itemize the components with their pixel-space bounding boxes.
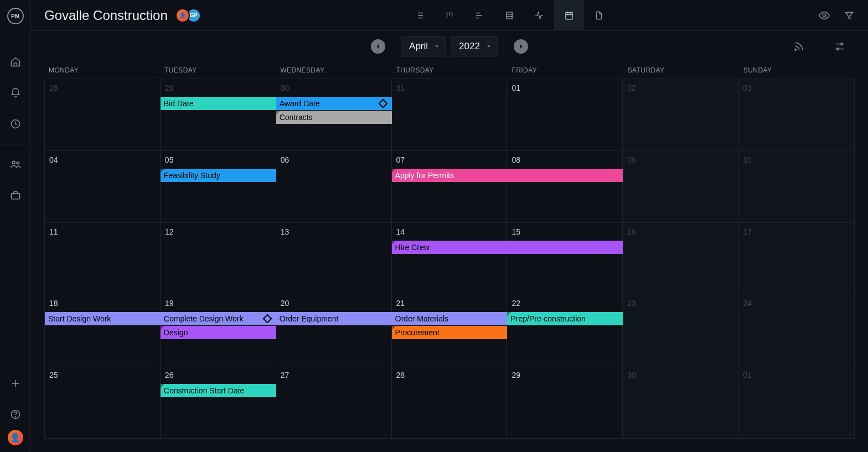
calendar-cell[interactable]: 15: [507, 223, 623, 295]
home-icon[interactable]: [4, 51, 27, 73]
add-icon[interactable]: [4, 372, 27, 394]
calendar-event[interactable]: Start Design Work: [45, 312, 161, 325]
rss-icon[interactable]: [784, 31, 814, 62]
briefcase-icon[interactable]: [4, 184, 27, 206]
day-number: 29: [512, 371, 618, 380]
calendar-cell[interactable]: 18: [45, 294, 161, 366]
calendar-event[interactable]: Bid Date: [161, 97, 276, 110]
day-number: 04: [49, 155, 156, 164]
calendar-cell[interactable]: 27: [276, 366, 392, 438]
member-avatars[interactable]: 👤 GP: [179, 8, 201, 23]
calendar-cell[interactable]: 16: [623, 223, 738, 295]
month-selector[interactable]: April: [401, 37, 446, 56]
day-number: 28: [396, 371, 503, 380]
event-label: Hire Crew: [395, 241, 430, 254]
calendar-cell[interactable]: 28: [392, 366, 508, 438]
calendar-event[interactable]: Contracts: [276, 111, 392, 124]
svg-point-9: [795, 49, 797, 51]
calendar-event[interactable]: Design: [161, 326, 276, 339]
calendar-cell[interactable]: 10: [738, 151, 854, 223]
board-view-icon[interactable]: [435, 0, 464, 31]
caret-down-icon: [433, 43, 440, 50]
calendar-cell[interactable]: 14: [392, 223, 508, 295]
member-avatar-1[interactable]: 👤: [175, 8, 190, 23]
day-header: WEDNESDAY: [276, 62, 391, 79]
calendar-view-icon[interactable]: [554, 0, 584, 31]
event-label: Complete Design Work: [164, 312, 244, 325]
calendar-cell[interactable]: 17: [738, 223, 854, 295]
fold-icon: [392, 326, 396, 330]
fold-icon: [276, 111, 280, 115]
calendar-cell[interactable]: 22: [507, 294, 623, 366]
svg-point-5: [15, 417, 16, 417]
next-month-button[interactable]: [514, 39, 528, 54]
calendar-cell[interactable]: 01: [507, 79, 623, 151]
day-header: TUESDAY: [160, 62, 276, 79]
calendar-cell[interactable]: 24: [738, 294, 854, 366]
caret-down-icon: [485, 43, 492, 50]
calendar-cell[interactable]: 26: [161, 366, 276, 438]
calendar-cell[interactable]: 03: [738, 79, 854, 151]
day-number: 30: [281, 84, 387, 92]
calendar-cell[interactable]: 09: [623, 151, 738, 223]
calendar-event[interactable]: Complete Design Work: [161, 312, 276, 325]
year-selector[interactable]: 2022: [451, 37, 498, 56]
view-tabs: [405, 0, 614, 31]
calendar-cell[interactable]: 06: [276, 151, 392, 223]
calendar-event[interactable]: Award Date: [276, 97, 392, 110]
calendar-cell[interactable]: 01: [738, 366, 854, 438]
day-number: 22: [512, 299, 618, 308]
fold-icon: [507, 312, 511, 316]
calendar-cell[interactable]: 02: [623, 79, 738, 151]
calendar-cell[interactable]: 11: [45, 223, 161, 295]
calendar-cell[interactable]: 28: [45, 79, 161, 151]
day-number: 03: [743, 84, 850, 92]
day-number: 09: [627, 155, 733, 164]
app-logo[interactable]: PM: [7, 8, 24, 24]
event-label: Order Equipment: [280, 312, 339, 325]
clock-icon[interactable]: [4, 113, 27, 135]
user-avatar[interactable]: 👤: [8, 430, 23, 445]
calendar-cell[interactable]: 23: [623, 294, 738, 366]
calendar-cell[interactable]: 29: [507, 366, 623, 438]
calendar-event[interactable]: Apply for Permits: [392, 169, 623, 182]
day-number: 01: [743, 371, 850, 380]
sheet-view-icon[interactable]: [494, 0, 524, 31]
calendar-cell[interactable]: 05: [161, 151, 276, 223]
calendar-cell[interactable]: 30: [623, 366, 738, 438]
calendar-cell[interactable]: 20: [276, 294, 392, 366]
activity-view-icon[interactable]: [524, 0, 554, 31]
svg-point-10: [841, 43, 843, 45]
calendar-event[interactable]: Construction Start Date: [161, 384, 276, 397]
help-icon[interactable]: [4, 403, 27, 425]
gantt-view-icon[interactable]: [464, 0, 494, 31]
calendar-event[interactable]: Procurement: [392, 326, 508, 339]
settings-sliders-icon[interactable]: [825, 31, 855, 62]
list-view-icon[interactable]: [405, 0, 435, 31]
calendar-cell[interactable]: 29: [161, 79, 276, 151]
file-view-icon[interactable]: [584, 0, 614, 31]
calendar-cell[interactable]: 08: [507, 151, 623, 223]
event-label: Bid Date: [164, 97, 194, 110]
calendar-event[interactable]: Order Equipment: [276, 312, 392, 325]
eye-icon[interactable]: [818, 0, 830, 31]
calendar-cell[interactable]: 31: [392, 79, 508, 151]
calendar-event[interactable]: Hire Crew: [392, 241, 623, 254]
left-sidebar: PM 👤: [0, 0, 31, 452]
people-icon[interactable]: [4, 153, 27, 175]
calendar-cell[interactable]: 13: [276, 223, 392, 295]
calendar-event[interactable]: Feasibility Study: [161, 169, 276, 182]
prev-month-button[interactable]: [371, 39, 385, 54]
event-label: Contracts: [280, 111, 313, 124]
filter-icon[interactable]: [844, 0, 855, 31]
day-number: 12: [165, 227, 271, 236]
bell-icon[interactable]: [4, 82, 27, 104]
calendar-cell[interactable]: 12: [161, 223, 276, 295]
calendar-cell[interactable]: 25: [45, 366, 161, 438]
calendar-cell[interactable]: 07: [392, 151, 508, 223]
day-number: 08: [512, 155, 618, 164]
event-label: Feasibility Study: [164, 169, 220, 182]
calendar-cell[interactable]: 04: [45, 151, 161, 223]
day-number: 06: [281, 155, 387, 164]
calendar-event[interactable]: Prep/Pre-construction: [507, 312, 623, 325]
